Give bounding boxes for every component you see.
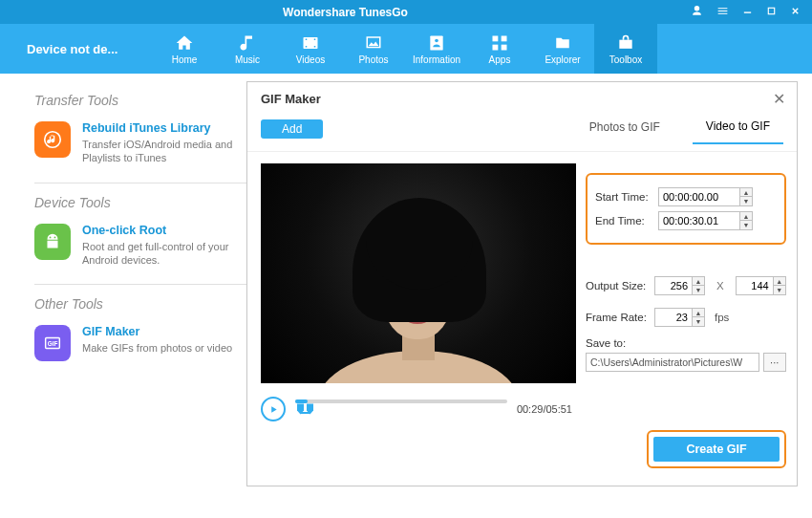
svg-rect-5 [314,38,316,40]
create-highlight: Create GIF [647,430,785,468]
tool-title: Rebuild iTunes Library [82,121,246,135]
close-button[interactable] [790,6,801,18]
group-device-title: Device Tools [34,195,246,210]
timecode: 00:29/05:51 [517,403,572,415]
svg-rect-6 [314,46,316,48]
svg-rect-4 [306,46,308,48]
user-icon[interactable] [691,5,703,19]
tool-desc: Make GIFs from photos or video [82,341,232,355]
contacts-icon [426,33,447,53]
settings-column: Start Time: ▲▼ End Time: ▲▼ Output Size: [582,152,797,486]
nav-videos[interactable]: Videos [279,24,342,74]
fps-unit: fps [715,312,729,323]
nav-label: Photos [358,54,388,65]
nav-label: Apps [489,54,511,65]
nav-label: Music [235,54,260,65]
svg-point-15 [50,236,52,238]
nav-toolbox[interactable]: Toolbox [594,24,657,74]
range-start-handle[interactable] [297,401,304,413]
toolbox-sidebar: Transfer Tools Rebuild iTunes Library Tr… [0,74,267,518]
itunes-icon [34,121,71,158]
window-actions [691,5,812,19]
tool-oneclick-root[interactable]: One-click Root Root and get full-control… [34,224,246,268]
start-time-field[interactable] [658,187,740,206]
nav-label: Information [413,54,460,65]
apps-icon [489,33,510,53]
nav-photos[interactable]: Photos [342,24,405,74]
tool-title: One-click Root [82,224,246,237]
menu-icon[interactable] [716,5,729,19]
video-icon [300,33,321,53]
nav-label: Explorer [545,54,580,65]
save-path-field[interactable] [586,353,759,372]
end-time-label: End Time: [595,215,652,227]
divider [34,284,246,285]
svg-point-9 [435,38,438,42]
nav-music[interactable]: Music [216,24,279,74]
dialog-title: GIF Maker [261,92,773,106]
group-other-title: Other Tools [34,296,246,312]
svg-rect-0 [744,11,751,12]
frame-rate-field[interactable] [654,308,693,327]
svg-point-16 [54,236,56,238]
android-icon [34,224,71,260]
dialog-header: GIF Maker ✕ [247,82,797,114]
group-transfer-title: Transfer Tools [34,93,246,108]
nav-label: Videos [296,54,325,65]
navbar: Device not de... Home Music Videos Photo… [0,24,812,74]
end-time-stepper[interactable]: ▲▼ [740,211,753,230]
svg-rect-10 [493,35,499,41]
nav-apps[interactable]: Apps [468,24,531,74]
toolbox-icon [615,33,636,53]
tool-gif-maker[interactable]: GIF GIF Maker Make GIFs from photos or v… [34,325,246,361]
browse-button[interactable]: ··· [763,353,786,372]
seek-track[interactable] [295,399,507,419]
nav-information[interactable]: Information [405,24,468,74]
end-time-field[interactable] [658,211,740,230]
dialog-toolbar: Add Photos to GIF Video to GIF [247,114,797,152]
output-width-field[interactable] [654,276,693,295]
svg-rect-8 [430,35,442,50]
gif-icon: GIF [34,325,71,361]
svg-rect-1 [768,8,774,13]
music-icon [237,33,258,53]
tool-title: GIF Maker [82,325,232,338]
nav-label: Toolbox [609,54,642,65]
range-end-handle[interactable] [307,401,313,413]
play-button[interactable] [261,397,286,421]
explorer-icon [552,33,573,53]
output-width-stepper[interactable]: ▲▼ [693,276,705,295]
app-title: Wondershare TunesGo [0,6,691,19]
maximize-button[interactable] [766,6,777,18]
divider [34,183,246,183]
minimize-button[interactable] [742,6,753,18]
nav-home[interactable]: Home [153,24,216,74]
nav-label: Home [172,54,198,65]
svg-text:GIF: GIF [48,340,58,347]
nav-items: Home Music Videos Photos Information App… [153,24,812,74]
start-time-stepper[interactable]: ▲▼ [740,187,753,206]
video-column: 00:29/05:51 [247,152,582,486]
tab-photos-to-gif[interactable]: Photos to GIF [576,115,673,143]
tool-rebuild-itunes[interactable]: Rebuild iTunes Library Transfer iOS/Andr… [34,121,246,165]
tab-video-to-gif[interactable]: Video to GIF [693,114,783,144]
output-height-field[interactable] [736,276,774,295]
time-range-box: Start Time: ▲▼ End Time: ▲▼ [586,173,786,245]
tool-desc: Transfer iOS/Android media and Playlists… [82,138,246,165]
nav-explorer[interactable]: Explorer [531,24,594,74]
gif-maker-dialog: GIF Maker ✕ Add Photos to GIF Video to G… [246,81,798,486]
close-icon[interactable]: ✕ [773,90,785,108]
titlebar: Wondershare TunesGo [0,0,812,24]
device-status[interactable]: Device not de... [0,24,153,74]
frame-rate-stepper[interactable]: ▲▼ [693,308,705,327]
dialog-body: 00:29/05:51 Start Time: ▲▼ End Time: ▲▼ [247,152,797,486]
output-height-stepper[interactable]: ▲▼ [774,276,786,295]
start-time-label: Start Time: [595,191,652,203]
create-gif-button[interactable]: Create GIF [653,437,779,462]
svg-rect-11 [502,35,507,41]
svg-rect-3 [306,38,308,40]
add-button[interactable]: Add [261,119,323,139]
save-to-label: Save to: [586,337,786,349]
photos-icon [363,33,384,53]
video-preview[interactable] [261,163,576,383]
